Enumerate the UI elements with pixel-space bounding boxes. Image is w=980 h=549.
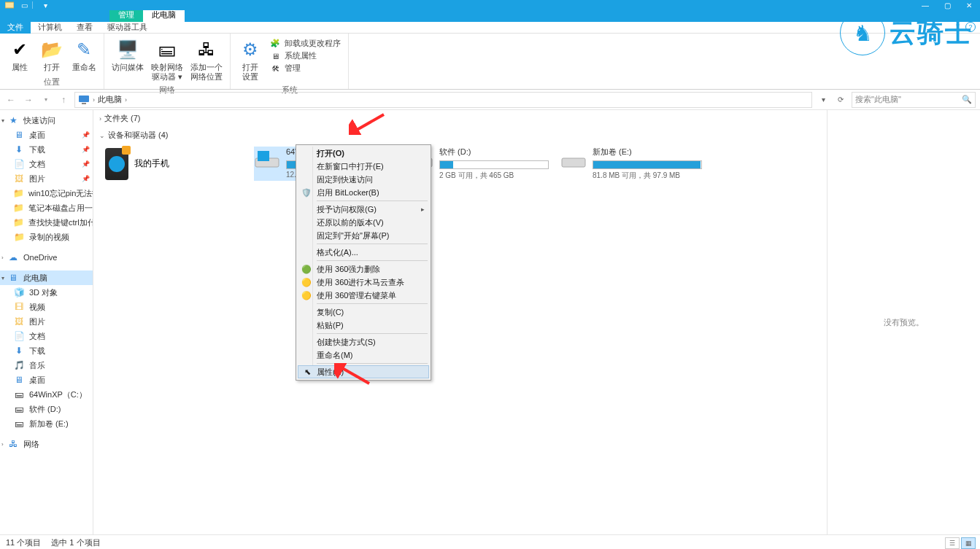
sidebar-pictures-2[interactable]: 🖼图片 — [0, 314, 93, 329]
view-details-button[interactable]: ☰ — [945, 537, 960, 549]
search-placeholder: 搜索"此电脑" — [855, 94, 901, 105]
drive-e[interactable]: 新加卷 (E:) 81.8 MB 可用，共 97.9 MB — [560, 147, 703, 181]
title-tab-bar: 管理 此电脑 — [0, 10, 980, 22]
sidebar-documents-2[interactable]: 📄文档 — [0, 329, 93, 343]
content-area[interactable]: ›文件夹 (7) ⌄设备和驱动器 (4) 我的手机 64WinXP（C:） 12… — [93, 110, 827, 534]
svg-line-13 — [353, 114, 384, 132]
ctx-360-menu[interactable]: 🟡使用 360管理右键菜单 — [298, 289, 429, 302]
ctx-360-delete[interactable]: 🟢使用 360强力删除 — [298, 262, 429, 276]
sidebar-this-pc[interactable]: ▾🖥此电脑 — [0, 270, 93, 285]
sidebar-drive-c[interactable]: 🖴64WinXP（C:） — [0, 387, 93, 402]
360-icon: 🟢 — [301, 263, 312, 275]
ribbon-map-drive-button[interactable]: 🖴映射网络 驱动器 ▾ — [148, 36, 186, 83]
sidebar-pinned-2[interactable]: 📁笔记本磁盘占用一直 — [0, 200, 93, 215]
drive-e-label: 新加卷 (E:) — [593, 147, 703, 157]
ctx-pin-start[interactable]: 固定到"开始"屏幕(P) — [298, 229, 429, 242]
address-bar: ← → ▾ ↑ › 此电脑 › ▾ ⟳ 搜索"此电脑" 🔍 — [0, 90, 980, 110]
minimize-button[interactable]: — — [914, 0, 936, 10]
maximize-button[interactable]: ▢ — [936, 0, 958, 10]
ribbon-add-location-button[interactable]: 🖧添加一个 网络位置 — [188, 36, 225, 83]
sidebar-documents[interactable]: 📄文档📌 — [0, 157, 93, 171]
drive-d-usage-bar — [439, 160, 549, 169]
qat-properties-icon[interactable]: ▭ — [19, 0, 29, 10]
sidebar-quick-access[interactable]: ▾★快速访问 — [0, 113, 93, 128]
sidebar-pinned-3[interactable]: 📁查找快捷键ctrl加什 — [0, 215, 93, 230]
breadcrumb[interactable]: › 此电脑 › — [74, 92, 812, 108]
ctx-grant-access[interactable]: 授予访问权限(G)▸ — [298, 203, 429, 216]
ctx-format[interactable]: 格式化(A)... — [298, 246, 429, 259]
ctx-360-scan[interactable]: 🟡使用 360进行木马云查杀 — [298, 276, 429, 289]
ctx-open[interactable]: 打开(O) — [298, 147, 429, 160]
ribbon-rename-button[interactable]: ✎重命名 — [69, 36, 99, 75]
status-item-count: 11 个项目 — [6, 537, 41, 548]
chevron-right-icon: ▸ — [421, 206, 425, 213]
tab-computer[interactable]: 计算机 — [31, 21, 69, 34]
drive-icon — [560, 148, 587, 170]
ctx-pin-quick[interactable]: 固定到快速访问 — [298, 173, 429, 186]
nav-recent-dropdown[interactable]: ▾ — [39, 93, 53, 106]
sidebar-desktop-2[interactable]: 🖥桌面 — [0, 373, 93, 387]
sidebar-pictures[interactable]: 🖼图片📌 — [0, 171, 93, 186]
sidebar-downloads-2[interactable]: ⬇下载 — [0, 343, 93, 358]
annotation-arrow-top — [349, 113, 385, 135]
qat-dropdown-icon[interactable]: ▾ — [40, 0, 50, 10]
ctx-copy[interactable]: 复制(C) — [298, 305, 429, 319]
search-input[interactable]: 搜索"此电脑" 🔍 — [852, 92, 976, 108]
sidebar-desktop[interactable]: 🖥桌面📌 — [0, 128, 93, 142]
ribbon-media-button[interactable]: 🖥️访问媒体 — [109, 36, 147, 83]
breadcrumb-this-pc[interactable]: 此电脑 — [98, 94, 122, 105]
ctx-create-shortcut[interactable]: 创建快捷方式(S) — [298, 335, 429, 349]
sidebar-network[interactable]: ›🖧网络 — [0, 437, 93, 451]
svg-rect-4 — [258, 151, 269, 161]
ctx-open-new-window[interactable]: 在新窗口中打开(E) — [298, 160, 429, 173]
pc-icon — [78, 94, 90, 106]
sidebar-pinned-1[interactable]: 📁win10忘记pin无法打 — [0, 186, 93, 200]
device-phone-label: 我的手机 — [134, 157, 169, 170]
svg-rect-0 — [5, 2, 14, 8]
ribbon-manage-button[interactable]: 🛠管理 — [270, 63, 341, 74]
sidebar-music[interactable]: 🎵音乐 — [0, 358, 93, 373]
drive-d-info: 2 GB 可用，共 465 GB — [439, 171, 550, 181]
section-folders[interactable]: ›文件夹 (7) — [99, 110, 821, 127]
explorer-icon — [4, 0, 15, 10]
ctx-restore-versions[interactable]: 还原以前的版本(V) — [298, 216, 429, 229]
windows-drive-icon — [254, 148, 280, 170]
sidebar-downloads[interactable]: ⬇下载📌 — [0, 142, 93, 157]
ctx-rename[interactable]: 重命名(M) — [298, 349, 429, 362]
nav-forward-button[interactable]: → — [22, 93, 35, 106]
refresh-button[interactable]: ⟳ — [834, 96, 847, 104]
status-selected-count: 选中 1 个项目 — [51, 537, 100, 548]
ctx-bitlocker[interactable]: 🛡️启用 BitLocker(B) — [298, 186, 429, 199]
tab-file[interactable]: 文件 — [0, 21, 31, 34]
navigation-sidebar[interactable]: ▾★快速访问 🖥桌面📌 ⬇下载📌 📄文档📌 🖼图片📌 📁win10忘记pin无法… — [0, 110, 93, 534]
sidebar-onedrive[interactable]: ›☁OneDrive — [0, 250, 93, 265]
ribbon-open-button[interactable]: 📂打开 — [36, 36, 67, 75]
view-tiles-button[interactable]: ▦ — [961, 537, 976, 549]
address-dropdown[interactable]: ▾ — [817, 96, 830, 104]
tab-view[interactable]: 查看 — [69, 21, 100, 34]
360-icon: 🟡 — [301, 289, 312, 301]
tab-drivetools[interactable]: 驱动器工具 — [100, 21, 155, 34]
watermark-logo: ♞ 云骑士 — [840, 10, 973, 55]
device-phone[interactable]: 我的手机 — [105, 147, 244, 181]
search-icon[interactable]: 🔍 — [962, 95, 972, 104]
ribbon-uninstall-button[interactable]: 🧩卸载或更改程序 — [270, 38, 341, 49]
sidebar-drive-d[interactable]: 🖴软件 (D:) — [0, 402, 93, 416]
close-button[interactable]: ✕ — [958, 0, 980, 10]
ribbon-sysprops-button[interactable]: 🖥系统属性 — [270, 50, 341, 61]
ribbon-tabstrip: 文件 计算机 查看 驱动器工具 ⌃ ? — [0, 22, 980, 34]
chevron-right-icon[interactable]: › — [93, 96, 95, 104]
ribbon-open-settings-button[interactable]: ⚙打开 设置 — [235, 36, 266, 83]
section-drives[interactable]: ⌄设备和驱动器 (4) — [99, 127, 821, 144]
sidebar-drive-e[interactable]: 🖴新加卷 (E:) — [0, 416, 93, 431]
shield-icon: 🛡️ — [301, 187, 312, 198]
ribbon-properties-button[interactable]: ✔属性 — [4, 36, 35, 75]
ctx-paste[interactable]: 粘贴(P) — [298, 319, 429, 332]
sidebar-videos[interactable]: 🎞视频 — [0, 300, 93, 314]
nav-up-button[interactable]: ↑ — [57, 93, 70, 106]
sidebar-pinned-4[interactable]: 📁录制的视频 — [0, 230, 93, 244]
nav-back-button[interactable]: ← — [4, 93, 18, 106]
chevron-right-icon[interactable]: › — [125, 96, 127, 104]
status-bar: 11 个项目 选中 1 个项目 ☰ ▦ — [0, 534, 980, 549]
sidebar-3d[interactable]: 🧊3D 对象 — [0, 285, 93, 300]
